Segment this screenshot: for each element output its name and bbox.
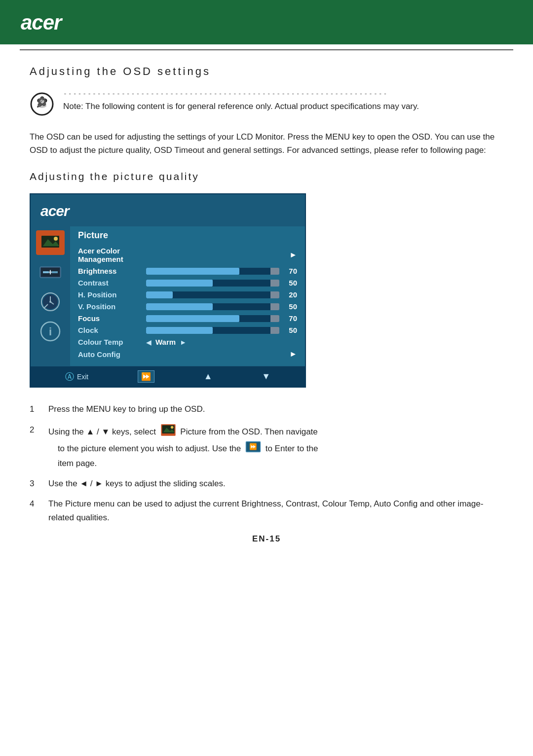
osd-slider-contrast	[146, 280, 279, 287]
osd-thumb-clock	[270, 327, 279, 334]
osd-label-hposition: H. Position	[78, 290, 142, 299]
osd-slider-vposition	[146, 303, 279, 310]
down-arrow-icon: ▼	[262, 371, 270, 382]
osd-content-area: Picture Acer eColor Management ► Brightn…	[70, 226, 305, 366]
enter-icon: ⏩	[138, 370, 154, 383]
osd-value-contrast: 50	[283, 279, 297, 287]
up-arrow-icon: ▲	[204, 371, 213, 382]
osd-fill-vposition	[146, 303, 213, 310]
osd-value-brightness: 70	[283, 267, 297, 275]
osd-label-clock: Clock	[78, 326, 142, 334]
osd-value-focus: 70	[283, 314, 297, 323]
note-box: ✿ 🖊 ------------------------------------…	[30, 90, 503, 116]
osd-label-contrast: Contrast	[78, 279, 142, 287]
page-header: acer	[0, 0, 533, 44]
osd-row-brightness: Brightness 70	[78, 267, 297, 275]
osd-label-focus: Focus	[78, 314, 142, 323]
step-text-2: Using the ▲ / ▼ keys, select Picture fro…	[48, 423, 503, 470]
note-dashes: ----------------------------------------…	[63, 90, 503, 97]
osd-label-brightness: Brightness	[78, 267, 142, 275]
picture-icon	[160, 423, 176, 437]
osd-row-clock: Clock 50	[78, 326, 297, 334]
step-num-3: 3	[30, 477, 41, 490]
osd-body: i Picture Acer eColor Management ► Brigh…	[31, 226, 305, 366]
osd-footer-down: ▼	[262, 371, 270, 382]
page-number: EN-15	[30, 534, 503, 544]
osd-fill-clock	[146, 327, 213, 334]
osd-row-contrast: Contrast 50	[78, 279, 297, 287]
svg-text:🖊: 🖊	[37, 97, 47, 109]
svg-rect-11	[43, 271, 49, 273]
osd-thumb-vposition	[270, 303, 279, 310]
step-num-1: 1	[30, 402, 41, 416]
step-1: 1 Press the MENU key to bring up the OSD…	[30, 402, 503, 416]
sidebar-item-osd	[36, 289, 65, 314]
step-2: 2 Using the ▲ / ▼ keys, select Picture f…	[30, 423, 503, 470]
osd-fill-hposition	[146, 291, 173, 298]
osd-label-vposition: V. Position	[78, 302, 142, 311]
osd-nav-left-colourtemp: ◀	[146, 338, 152, 346]
body-paragraph: The OSD can be used for adjusting the se…	[30, 130, 503, 157]
osd-footer-exit-label: Exit	[77, 373, 88, 381]
osd-value-hposition: 20	[283, 290, 297, 299]
osd-value-clock: 50	[283, 326, 297, 334]
osd-footer: Ⓐ Exit ⏩ ▲ ▼	[31, 366, 305, 387]
osd-value-vposition: 50	[283, 302, 297, 311]
osd-section-picture: Picture	[78, 230, 297, 243]
svg-rect-12	[52, 271, 58, 273]
osd-label-colourtemp: Colour Temp	[78, 338, 142, 346]
svg-point-26	[170, 426, 173, 429]
osd-header: acer	[31, 194, 305, 226]
sidebar-item-brightness	[36, 260, 65, 285]
osd-slider-hposition	[146, 291, 279, 298]
acer-logo: acer	[20, 9, 69, 37]
step-3: 3 Use the ◄ / ► keys to adjust the slidi…	[30, 477, 503, 490]
note-text: Note: The following content is for gener…	[63, 100, 503, 113]
osd-row-focus: Focus 70	[78, 314, 297, 323]
sidebar-item-picture	[36, 230, 65, 255]
step-num-2: 2	[30, 423, 41, 436]
osd-label-ecolor: Acer eColor Management	[78, 247, 142, 263]
step-num-4: 4	[30, 497, 41, 510]
step-text-3: Use the ◄ / ► keys to adjust the sliding…	[48, 477, 503, 490]
osd-thumb-hposition	[270, 291, 279, 298]
svg-text:acer: acer	[21, 11, 63, 33]
step-text-1: Press the MENU key to bring up the OSD.	[48, 402, 503, 416]
main-content: Adjusting the OSD settings ✿ 🖊 ---------…	[0, 50, 533, 559]
osd-thumb-contrast	[270, 280, 279, 287]
osd-sidebar: i	[31, 226, 70, 366]
osd-row-ecolor: Acer eColor Management ►	[78, 247, 297, 263]
step-text-4: The Picture menu can be used to adjust t…	[48, 497, 503, 524]
step-4: 4 The Picture menu can be used to adjust…	[30, 497, 503, 524]
circle-e-icon: Ⓐ	[65, 371, 74, 383]
note-content: ----------------------------------------…	[63, 90, 503, 113]
sidebar-item-info: i	[36, 319, 65, 344]
osd-slider-clock	[146, 327, 279, 334]
osd-row-autoconfig: Auto Config ►	[78, 350, 297, 359]
osd-footer-enter: ⏩	[138, 370, 154, 383]
svg-text:i: i	[49, 325, 52, 338]
steps-list: 1 Press the MENU key to bring up the OSD…	[30, 402, 503, 524]
osd-arrow-ecolor: ►	[289, 251, 297, 259]
section-title: Adjusting the OSD settings	[30, 65, 503, 78]
osd-thumb-focus	[270, 315, 279, 322]
osd-slider-brightness	[146, 268, 279, 275]
osd-menu-box: acer	[30, 193, 306, 388]
osd-label-autoconfig: Auto Config	[78, 350, 142, 359]
osd-nav-right-colourtemp: ►	[180, 338, 187, 346]
osd-fill-brightness	[146, 268, 239, 275]
picture-quality-subtitle: Adjusting the picture quality	[30, 171, 503, 182]
svg-point-19	[49, 301, 51, 303]
osd-arrow-autoconfig: ►	[289, 350, 297, 359]
svg-text:⏩: ⏩	[249, 443, 257, 451]
enter-icon-inline: ⏩	[245, 441, 261, 453]
osd-nav-colourtemp: ◀ Warm ►	[146, 338, 187, 346]
osd-fill-contrast	[146, 280, 213, 287]
osd-footer-up: ▲	[204, 371, 213, 382]
osd-thumb-brightness	[270, 268, 279, 275]
osd-row-hposition: H. Position 20	[78, 290, 297, 299]
osd-row-vposition: V. Position 50	[78, 302, 297, 311]
svg-text:acer: acer	[40, 203, 71, 218]
svg-point-8	[54, 237, 58, 241]
osd-nav-value-colourtemp: Warm	[155, 338, 176, 346]
